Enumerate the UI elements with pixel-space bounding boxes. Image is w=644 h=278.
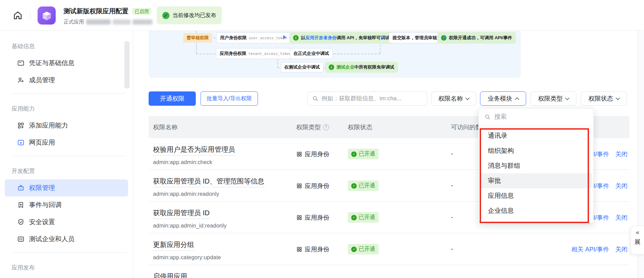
filter-label: 权限类型: [538, 94, 563, 103]
app-title: 测试新版权限应用配置: [64, 7, 128, 16]
scope-value: -: [451, 202, 453, 233]
sidebar-item-label: 权限管理: [29, 184, 55, 192]
flow-node-text: 权限开通成功，可调用 API/事件: [449, 35, 512, 41]
debug-info-icon: i: [329, 64, 334, 70]
table-toolbar: 开通权限 批量导入/导出权限 权限名称 业务模块 权限类型 权限状态: [149, 91, 629, 106]
permission-name: 获取应用管理员 ID、管理范围等信息: [153, 177, 264, 187]
sidebar-scrollbar-thumb[interactable]: [124, 41, 129, 89]
sidebar-section-release: 应用发布: [12, 264, 133, 271]
code-box-icon: [17, 235, 25, 243]
flow-node-text: 以应用开发者身份调用 API，免审核即可调试: [301, 35, 389, 41]
filter-permission-type[interactable]: 权限类型: [531, 91, 576, 106]
search-input[interactable]: [321, 95, 423, 102]
sidebar-divider: [12, 156, 126, 156]
status-badge: ✓已开通: [348, 149, 379, 159]
dropdown-option-approval[interactable]: 审批: [480, 173, 592, 188]
expand-panel-tab[interactable]: « 展: [631, 226, 644, 254]
sidebar-item-label: 成员管理: [29, 76, 55, 85]
flow-arrow-icon: [443, 35, 448, 39]
status-badge: ✓已开通: [348, 244, 379, 254]
web-app-icon: e: [17, 139, 25, 146]
token-name: user_access_token: [249, 36, 287, 40]
filter-label: 权限状态: [589, 94, 613, 103]
flow-node-dev-debug: i 以应用开发者身份调用 API，免审核即可调试: [289, 32, 393, 44]
permission-name: 更新应用分组: [153, 240, 194, 251]
expand-tab-label: 展: [634, 238, 641, 246]
app-icon: [38, 6, 56, 25]
chevron-down-icon: [616, 96, 620, 100]
test-company-link[interactable]: 测试企业: [337, 64, 354, 70]
check-circle-icon: ✓: [351, 215, 357, 220]
review-required-badge: 需审核权限: [183, 33, 212, 43]
col-header-name: 权限名称: [153, 116, 178, 138]
member-add-icon: [17, 76, 25, 84]
related-api-link[interactable]: 相关 API/事件: [571, 245, 609, 253]
flow-connector: [196, 31, 197, 33]
dropdown-option-corp-info[interactable]: 企业信息: [480, 203, 592, 218]
sidebar-item-label: 凭证与基础信息: [29, 59, 74, 68]
flow-node-success: ✓ 权限开通成功，可调用 API/事件: [437, 32, 516, 44]
sidebar-item-web-app[interactable]: e 网页应用: [5, 134, 128, 151]
scope-value: -: [451, 170, 453, 202]
col-header-type: 权限类型 ?: [296, 116, 329, 138]
sidebar-item-label: 测试企业和人员: [29, 235, 74, 244]
filter-permission-name[interactable]: 权限名称: [431, 91, 476, 106]
filter-label: 业务模块: [488, 94, 512, 103]
permission-code: admin:app.admin:readonly: [153, 191, 264, 197]
permission-code: admin:app.category:update: [153, 254, 221, 261]
sidebar-item-events[interactable]: 事件与回调: [5, 196, 128, 214]
batch-import-export-button[interactable]: 批量导入/导出权限: [201, 91, 258, 106]
token-name: tenant_access_token: [248, 52, 291, 56]
filter-business-module[interactable]: 业务模块: [480, 91, 526, 106]
dropdown-option-app-info[interactable]: 应用信息: [480, 188, 592, 203]
status-badge: ✓已开通: [348, 212, 379, 223]
dropdown-search-box[interactable]: [479, 108, 593, 126]
permission-type: 应用身份: [305, 182, 329, 190]
cube-icon: [41, 10, 53, 22]
redacted-app-id: [86, 19, 111, 25]
event-callback-icon: [17, 201, 25, 209]
redacted-app-id: [133, 19, 152, 25]
dropdown-option-messages[interactable]: 消息与群组: [480, 158, 592, 173]
sidebar-item-test-company[interactable]: 测试企业和人员: [5, 231, 128, 248]
flow-connector: [196, 43, 197, 54]
flow-node-title: 在正式企业中调试: [293, 50, 329, 57]
sidebar-item-label: 事件与回调: [29, 201, 61, 209]
flow-connector: [327, 54, 380, 54]
sidebar-divider: [12, 93, 126, 94]
close-permission-link[interactable]: 关闭: [615, 182, 628, 190]
close-permission-link[interactable]: 关闭: [615, 150, 628, 158]
filter-permission-status[interactable]: 权限状态: [581, 91, 627, 106]
close-permission-link[interactable]: 关闭: [615, 214, 628, 222]
permission-search-box[interactable]: [307, 91, 427, 106]
chevron-up-icon: [515, 97, 519, 102]
sidebar-item-label: 网页应用: [29, 138, 55, 147]
developer-identity-link[interactable]: 应用开发者身份: [305, 35, 337, 40]
check-circle-icon: ✓: [351, 183, 357, 189]
check-circle-icon: ✓: [351, 247, 357, 252]
flow-connector: [277, 59, 278, 68]
open-permission-button[interactable]: 开通权限: [149, 91, 196, 106]
permission-code: admin:app.admin:check: [153, 159, 235, 165]
help-question-icon[interactable]: ?: [323, 124, 329, 130]
sidebar-item-members[interactable]: 成员管理: [5, 72, 128, 89]
app-identity-grid-icon: [296, 246, 302, 252]
debug-info-icon: i: [293, 35, 299, 41]
shield-check-icon: [17, 218, 25, 226]
status-badge: ✓已开通: [348, 180, 379, 191]
search-icon: [484, 114, 491, 120]
dropdown-option-contacts[interactable]: 通讯录: [480, 128, 592, 143]
sidebar-item-add-capability[interactable]: 添加应用能力: [5, 117, 128, 134]
header-divider: [30, 11, 30, 20]
home-button[interactable]: [12, 9, 24, 21]
permission-name: 校验用户是否为应用管理员: [153, 145, 235, 156]
flow-node-formal-debug: 在正式企业中调试: [290, 48, 333, 59]
app-identity-grid-icon: [296, 183, 302, 189]
sidebar-item-permissions[interactable]: 权限管理: [5, 179, 128, 196]
dropdown-option-org[interactable]: 组织架构: [480, 143, 592, 158]
close-permission-link[interactable]: 关闭: [615, 245, 628, 253]
sidebar-item-credentials[interactable]: 凭证与基础信息: [5, 55, 128, 72]
svg-text:e: e: [20, 141, 22, 145]
sidebar-item-security[interactable]: 安全设置: [5, 214, 128, 231]
dropdown-search-input[interactable]: [494, 113, 588, 120]
